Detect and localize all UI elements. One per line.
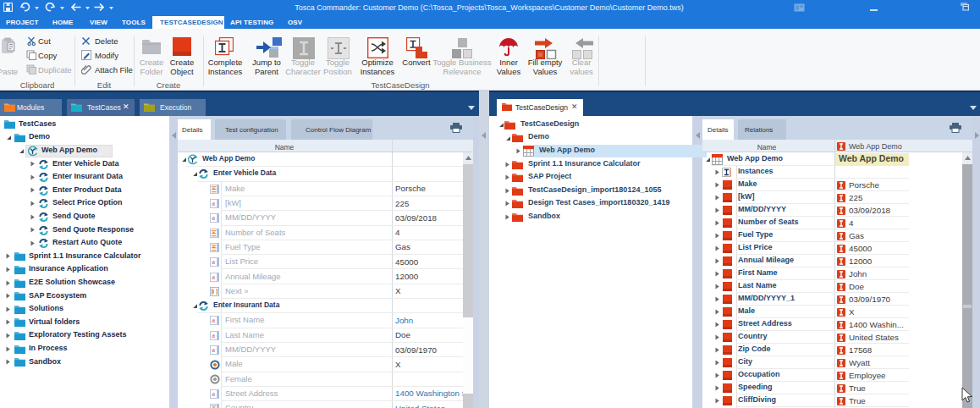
svg-text:a: a xyxy=(212,345,215,354)
svg-text:a: a xyxy=(212,331,215,339)
svg-text:a: a xyxy=(212,258,215,267)
svg-text:a: a xyxy=(212,389,215,398)
svg-text:a: a xyxy=(212,273,215,281)
svg-text:a: a xyxy=(212,317,215,325)
svg-text:a: a xyxy=(212,214,215,223)
svg-text:a: a xyxy=(212,199,215,207)
